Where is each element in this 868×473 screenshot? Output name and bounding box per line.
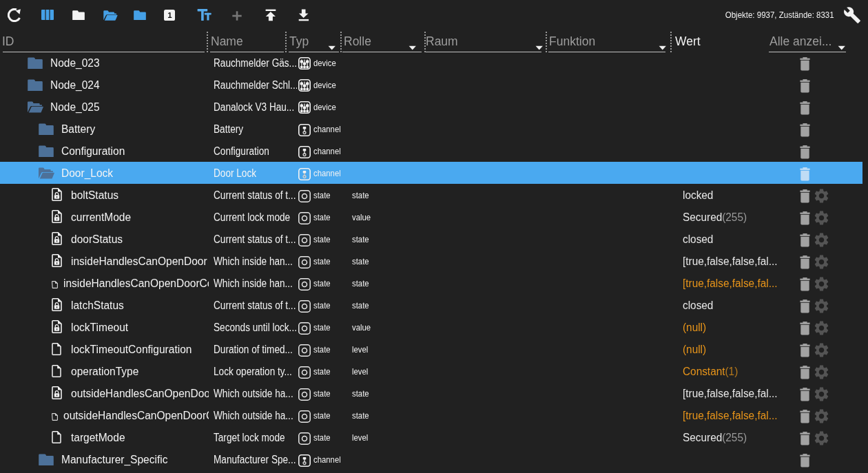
- svg-text:1: 1: [167, 11, 172, 19]
